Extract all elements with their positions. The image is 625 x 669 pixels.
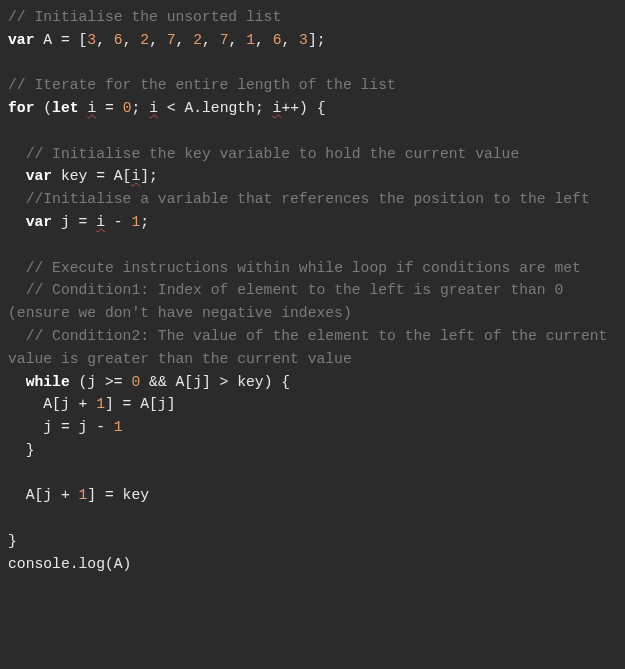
number: 3	[87, 32, 96, 48]
punct: =	[96, 100, 122, 116]
comment: // Iterate for the entire length of the …	[8, 77, 396, 93]
number: 1	[131, 214, 140, 230]
kw-var: var	[26, 168, 52, 184]
punct: ];	[140, 168, 158, 184]
kw-let: let	[52, 100, 78, 116]
brace: }	[8, 533, 17, 549]
punct: ;	[140, 214, 149, 230]
indent	[8, 374, 26, 390]
ident-i: i	[87, 100, 96, 116]
ident: key = A[	[52, 168, 131, 184]
punct: ,	[96, 32, 114, 48]
punct: ,	[202, 32, 220, 48]
punct: ,	[123, 32, 141, 48]
ident: ] = key	[87, 487, 149, 503]
code-block: // Initialise the unsorted list var A = …	[0, 0, 625, 582]
punct: ;	[131, 100, 149, 116]
punct: ,	[229, 32, 247, 48]
ident: j = j -	[8, 419, 114, 435]
number: 7	[167, 32, 176, 48]
number: 2	[193, 32, 202, 48]
punct: (	[34, 100, 52, 116]
punct: ++) {	[281, 100, 325, 116]
ident: A[j +	[8, 487, 79, 503]
kw-var: var	[26, 214, 52, 230]
ident: ] = A[j]	[105, 396, 176, 412]
punct: ,	[149, 32, 167, 48]
comment: //Initialise a variable that references …	[8, 191, 590, 207]
ident: j =	[52, 214, 96, 230]
indent	[8, 168, 26, 184]
ident-i: i	[96, 214, 105, 230]
comment: // Initialise the key variable to hold t…	[8, 146, 519, 162]
ident-i: i	[149, 100, 158, 116]
punct: ,	[255, 32, 273, 48]
number: 1	[96, 396, 105, 412]
ident: (j >=	[70, 374, 132, 390]
number: 2	[140, 32, 149, 48]
comment: // Condition1: Index of element to the l…	[8, 282, 572, 321]
kw-for: for	[8, 100, 34, 116]
number: 3	[299, 32, 308, 48]
brace: }	[8, 442, 34, 458]
comment: // Initialise the unsorted list	[8, 9, 281, 25]
number: 6	[114, 32, 123, 48]
ident: < A.length;	[158, 100, 273, 116]
ident: A	[34, 32, 60, 48]
punct: ,	[281, 32, 299, 48]
punct: ];	[308, 32, 326, 48]
ident-console: console	[8, 556, 70, 572]
number: 1	[246, 32, 255, 48]
ident-i: i	[131, 168, 140, 184]
punct: ,	[176, 32, 194, 48]
comment: // Execute instructions within while loo…	[8, 260, 581, 276]
fn-log: .log(A)	[70, 556, 132, 572]
ident: && A[j] > key) {	[140, 374, 290, 390]
punct: -	[105, 214, 131, 230]
punct: = [	[61, 32, 87, 48]
number: 0	[131, 374, 140, 390]
kw-var: var	[8, 32, 34, 48]
number: 7	[220, 32, 229, 48]
indent	[8, 214, 26, 230]
kw-while: while	[26, 374, 70, 390]
number: 1	[114, 419, 123, 435]
comment: // Condition2: The value of the element …	[8, 328, 616, 367]
ident: A[j +	[8, 396, 96, 412]
